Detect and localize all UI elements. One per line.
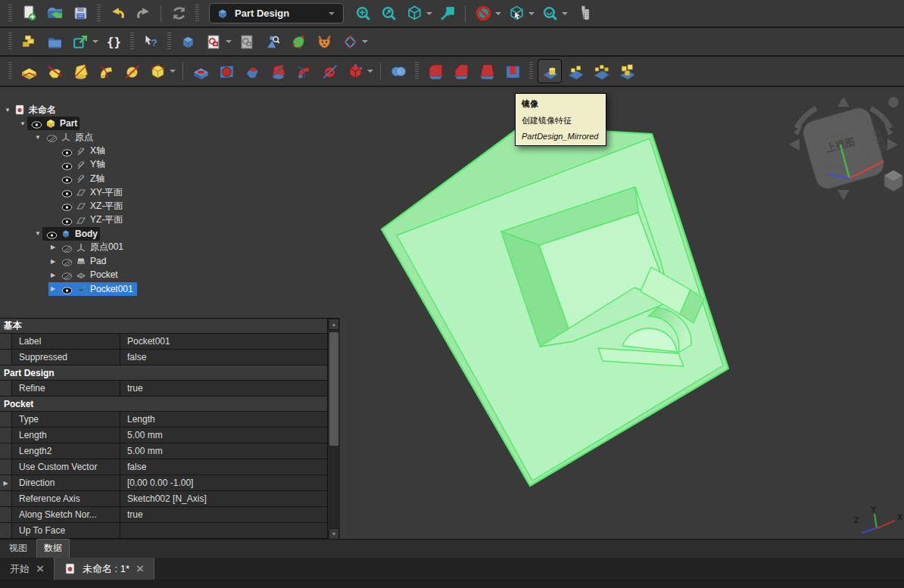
toolbar-grip[interactable]	[195, 5, 199, 23]
linear-pattern-button[interactable]	[564, 60, 587, 82]
subtractive-pipe-button[interactable]	[292, 60, 315, 82]
tree-item-origin001[interactable]: ▶原点001	[0, 241, 182, 254]
make-link-dropdown-icon[interactable]	[92, 40, 98, 43]
pad-button[interactable]	[17, 60, 40, 82]
toolbar-grip[interactable]	[8, 33, 12, 51]
panel-tab-data[interactable]: 数据	[36, 539, 70, 558]
property-value[interactable]: [0.00 0.00 -1.00]	[120, 475, 328, 490]
sync-view-button[interactable]	[436, 2, 459, 25]
property-value[interactable]: false	[120, 459, 328, 474]
close-icon[interactable]: ×	[36, 562, 44, 575]
property-value[interactable]: Length	[120, 412, 328, 427]
property-expander-icon[interactable]: ▶	[0, 475, 12, 490]
selection-view-button[interactable]	[505, 2, 528, 25]
scrollbar-thumb[interactable]	[329, 332, 338, 446]
tree-item-xz-plane[interactable]: XZ-平面	[0, 199, 182, 213]
toolbar-grip[interactable]	[529, 62, 533, 80]
draw-style-dropdown-icon[interactable]	[495, 12, 501, 15]
property-value[interactable]: true	[120, 507, 328, 522]
make-link-button[interactable]	[69, 30, 92, 53]
expander-open-icon[interactable]: ▼	[18, 120, 27, 127]
tree-item-z-axis[interactable]: Z轴	[0, 172, 182, 185]
tree-item-document[interactable]: ▼未命名	[0, 103, 182, 117]
property-group-Part Design[interactable]: Part Design	[0, 366, 328, 381]
zoom-tools-button[interactable]	[538, 2, 561, 25]
toolbar-grip[interactable]	[415, 62, 419, 80]
close-icon[interactable]: ×	[136, 562, 144, 575]
subtractive-loft-button[interactable]	[267, 60, 289, 82]
nav-arrow-left-icon[interactable]	[789, 138, 800, 151]
property-value[interactable]: 5.00 mm	[120, 443, 328, 459]
polar-pattern-button[interactable]	[590, 60, 613, 82]
document-tab-0[interactable]: 开始×	[0, 558, 54, 580]
property-value[interactable]: 5.00 mm	[120, 428, 328, 443]
save-document-button[interactable]	[69, 2, 92, 25]
expander-closed-icon[interactable]: ▶	[48, 258, 58, 265]
create-sketch-dropdown-icon[interactable]	[226, 40, 232, 43]
axonometric-view-button[interactable]	[403, 2, 426, 25]
hole-button[interactable]	[215, 60, 238, 82]
subtractive-primitive-dropdown-icon[interactable]	[367, 70, 373, 73]
expander-open-icon[interactable]: ▼	[33, 230, 42, 237]
open-document-button[interactable]	[43, 2, 66, 25]
subtractive-helix-button[interactable]	[318, 60, 341, 82]
thickness-button[interactable]	[501, 60, 524, 82]
subshape-binder-button[interactable]	[313, 30, 335, 53]
toolbar-grip[interactable]	[167, 33, 171, 51]
tree-item-yz-plane[interactable]: YZ-平面	[0, 213, 182, 227]
tree-item-part[interactable]: ▼Part	[0, 117, 182, 130]
scroll-down-icon[interactable]: ▼	[329, 528, 339, 539]
3d-viewport[interactable]: 上视图 右视图 ▼未命名▼Part▼原点X轴Y轴Z轴XY-平面XZ-平面YZ-平…	[0, 87, 904, 539]
additive-primitive-button[interactable]	[146, 60, 169, 82]
draw-style-button[interactable]	[472, 2, 494, 25]
fit-all-button[interactable]	[351, 2, 374, 25]
property-group-Pocket[interactable]: Pocket	[0, 397, 328, 412]
nav-arrow-down-icon[interactable]	[837, 190, 849, 200]
workbench-selector[interactable]: Part Design	[209, 3, 344, 23]
nav-mini-cube-icon[interactable]	[884, 170, 902, 191]
property-value[interactable]: true	[120, 381, 328, 396]
property-value[interactable]	[120, 523, 328, 538]
new-document-button[interactable]	[17, 2, 40, 25]
create-body-button[interactable]	[176, 30, 199, 53]
mirrored-button[interactable]	[538, 60, 561, 82]
create-datum-dropdown-icon[interactable]	[362, 40, 368, 43]
fillet-button[interactable]	[424, 60, 447, 82]
expander-closed-icon[interactable]: ▶	[48, 285, 58, 292]
subtractive-primitive-button[interactable]	[344, 60, 366, 82]
document-tab-1[interactable]: 未命名 : 1*×	[54, 558, 154, 580]
create-part-button[interactable]	[17, 30, 40, 53]
multitransform-button[interactable]	[616, 60, 638, 82]
toolbar-grip[interactable]	[97, 5, 101, 23]
whats-this-button[interactable]: ?	[139, 30, 162, 53]
boolean-operation-button[interactable]	[387, 60, 410, 82]
expander-closed-icon[interactable]: ▶	[48, 272, 58, 278]
scroll-up-icon[interactable]: ▲	[329, 319, 339, 330]
property-group-基本[interactable]: 基本	[0, 319, 328, 334]
property-value[interactable]: false	[120, 350, 328, 365]
chamfer-button[interactable]	[450, 60, 472, 82]
pocket-button[interactable]	[189, 60, 212, 82]
nav-settings-dot-icon[interactable]	[888, 97, 899, 107]
edit-sketch-button[interactable]	[235, 30, 258, 53]
toolbar-grip[interactable]	[130, 33, 134, 51]
draft-button[interactable]	[475, 60, 498, 82]
toolbar-grip[interactable]	[8, 62, 12, 80]
create-datum-button[interactable]	[338, 30, 361, 53]
additive-pipe-button[interactable]	[95, 60, 117, 82]
create-sketch-button[interactable]	[202, 30, 225, 53]
tree-item-x-axis[interactable]: X轴	[0, 145, 182, 158]
tree-item-body[interactable]: ▼Body	[0, 227, 182, 241]
tree-item-pad[interactable]: ▶Pad	[0, 254, 182, 268]
tree-item-y-axis[interactable]: Y轴	[0, 158, 182, 172]
panel-tab-view[interactable]: 视图	[2, 540, 34, 558]
tree-item-pocket001[interactable]: ▶Pocket001	[0, 282, 182, 295]
zoom-selection-button[interactable]	[377, 2, 400, 25]
groove-button[interactable]	[241, 60, 263, 82]
create-group-button[interactable]	[43, 30, 66, 53]
property-value[interactable]: Sketch002 [N_Axis]	[120, 491, 328, 506]
property-scrollbar[interactable]: ▲ ▼	[327, 319, 340, 539]
tree-item-pocket[interactable]: ▶Pocket	[0, 268, 182, 282]
selection-view-dropdown-icon[interactable]	[528, 12, 535, 15]
revolution-button[interactable]	[43, 60, 66, 82]
